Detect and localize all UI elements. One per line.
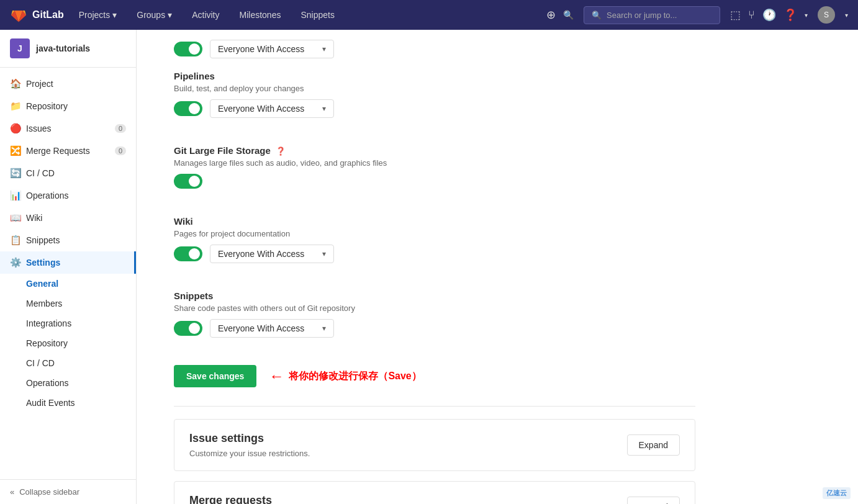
- plus-icon[interactable]: ⊕: [546, 8, 556, 22]
- sidebar-item-snippets-label: Snippets: [26, 235, 60, 245]
- cicd-icon: 🔄: [10, 168, 20, 179]
- feature-git-lfs: Git Large File Storage ❓ Manages large f…: [174, 145, 695, 201]
- git-lfs-help-icon[interactable]: ❓: [276, 146, 286, 156]
- pipelines-dropdown-arrow: ▾: [322, 104, 326, 113]
- nav-projects-label: Projects: [79, 10, 111, 20]
- wiki-dropdown[interactable]: Everyone With Access ▾: [210, 245, 334, 263]
- issue-settings-title: Issue settings: [189, 432, 615, 445]
- search-icon-nav: 🔍: [592, 11, 602, 20]
- nav-groups[interactable]: Groups ▾: [132, 7, 177, 22]
- snippets-dropdown-arrow: ▾: [322, 324, 326, 333]
- sidebar-item-snippets[interactable]: 📋 Snippets: [0, 229, 136, 251]
- issue-settings-left: Issue settings Customize your issue rest…: [189, 432, 615, 458]
- branding-footer: 亿速云: [823, 487, 851, 499]
- issue-settings-expand-button[interactable]: Expand: [627, 434, 680, 456]
- top-partial-dropdown[interactable]: Everyone With Access ▾: [210, 40, 334, 58]
- sidebar-item-issues-label: Issues: [26, 124, 51, 133]
- wiki-feature-name: Wiki: [174, 216, 695, 227]
- nav-projects-arrow: ▾: [112, 10, 117, 20]
- sidebar-item-settings-label: Settings: [26, 258, 60, 268]
- sidebar-sub-general[interactable]: General: [0, 274, 136, 294]
- sidebar-item-operations[interactable]: 📊 Operations: [0, 184, 136, 207]
- collapse-icon: «: [10, 487, 14, 497]
- sidebar-item-cicd[interactable]: 🔄 CI / CD: [0, 162, 136, 184]
- sidebar-sub-cicd[interactable]: CI / CD: [0, 353, 136, 373]
- wiki-desc: Pages for project documentation: [174, 229, 695, 238]
- annotation-container: ← 将你的修改进行保存（Save）: [269, 367, 421, 385]
- sidebar-sub-operations[interactable]: Operations: [0, 373, 136, 393]
- user-avatar-arrow: ▾: [845, 12, 848, 19]
- sidebar: J java-tutorials 🏠 Project 📁 Repository …: [0, 30, 137, 504]
- sidebar-navigation: 🏠 Project 📁 Repository 🔴 Issues 0 🔀 Merg…: [0, 68, 136, 479]
- top-partial-dropdown-value: Everyone With Access: [218, 44, 304, 54]
- git-lfs-name: Git Large File Storage ❓: [174, 145, 695, 156]
- nav-activity-label: Activity: [192, 10, 219, 20]
- sidebar-item-merge-requests[interactable]: 🔀 Merge Requests 0: [0, 140, 136, 162]
- main-content: Everyone With Access ▾ Pipelines Build, …: [137, 30, 858, 504]
- wiki-toggle-row: Everyone With Access ▾: [174, 245, 695, 263]
- top-navigation: GitLab Projects ▾ Groups ▾ Activity Mile…: [0, 0, 858, 30]
- git-lfs-toggle[interactable]: [174, 174, 202, 189]
- sidebar-item-issues[interactable]: 🔴 Issues 0: [0, 117, 136, 140]
- feature-pipelines: Pipelines Build, test, and deploy your c…: [174, 71, 695, 130]
- sidebar-item-wiki[interactable]: 📖 Wiki: [0, 207, 136, 229]
- snippets-desc: Share code pastes with others out of Git…: [174, 304, 695, 313]
- wiki-dropdown-value: Everyone With Access: [218, 249, 304, 259]
- snippets-toggle-row: Everyone With Access ▾: [174, 319, 695, 338]
- pipelines-dropdown[interactable]: Everyone With Access ▾: [210, 99, 334, 118]
- sidebar-item-project[interactable]: 🏠 Project: [0, 73, 136, 95]
- pipelines-toggle[interactable]: [174, 101, 202, 116]
- git-lfs-toggle-row: [174, 174, 695, 189]
- help-icon[interactable]: ❓: [783, 8, 797, 22]
- snippets-dropdown[interactable]: Everyone With Access ▾: [210, 319, 334, 338]
- top-partial-toggle[interactable]: [174, 42, 202, 56]
- fork-icon[interactable]: ⑂: [748, 9, 755, 22]
- feature-snippets: Snippets Share code pastes with others o…: [174, 290, 695, 350]
- merge-requests-section: Merge requests Choose your merge method,…: [174, 481, 695, 504]
- project-header[interactable]: J java-tutorials: [0, 30, 136, 68]
- operations-icon: 📊: [10, 190, 20, 201]
- user-avatar[interactable]: S: [818, 6, 835, 24]
- settings-sub-menu: General Members Integrations Repository …: [0, 274, 136, 413]
- issues-badge: 0: [115, 124, 126, 133]
- snippets-feature-name: Snippets: [174, 290, 695, 301]
- save-changes-button[interactable]: Save changes: [174, 365, 256, 387]
- pipelines-toggle-row: Everyone With Access ▾: [174, 99, 695, 118]
- dock-icon[interactable]: ⬚: [730, 8, 741, 22]
- sidebar-item-repository[interactable]: 📁 Repository: [0, 95, 136, 117]
- sidebar-item-cicd-label: CI / CD: [26, 168, 55, 178]
- nav-activity[interactable]: Activity: [187, 7, 224, 22]
- clock-icon[interactable]: 🕐: [762, 8, 776, 22]
- features-section: Pipelines Build, test, and deploy your c…: [155, 71, 714, 504]
- sidebar-sub-members[interactable]: Members: [0, 294, 136, 313]
- annotation-arrow-icon: ←: [269, 367, 284, 385]
- search-icon[interactable]: 🔍: [563, 10, 574, 20]
- sidebar-sub-audit-events[interactable]: Audit Events: [0, 393, 136, 413]
- merge-requests-badge: 0: [115, 146, 126, 155]
- collapse-sidebar-button[interactable]: « Collapse sidebar: [0, 479, 136, 504]
- nav-groups-arrow: ▾: [168, 10, 172, 20]
- sidebar-sub-integrations[interactable]: Integrations: [0, 313, 136, 333]
- merge-requests-expand-button[interactable]: Expand: [627, 497, 680, 504]
- snippets-dropdown-value: Everyone With Access: [218, 323, 304, 333]
- annotation-text: 将你的修改进行保存（Save）: [289, 370, 421, 383]
- save-section: Save changes ← 将你的修改进行保存（Save）: [174, 365, 695, 387]
- nav-projects[interactable]: Projects ▾: [74, 7, 122, 22]
- global-search[interactable]: 🔍 Search or jump to...: [584, 6, 720, 24]
- gitlab-logo[interactable]: GitLab: [10, 6, 64, 24]
- section-divider-1: [174, 406, 695, 407]
- snippets-icon: 📋: [10, 235, 20, 246]
- nav-snippets[interactable]: Snippets: [296, 7, 339, 22]
- chevron-down-icon: ▾: [805, 12, 808, 19]
- merge-requests-left: Merge requests Choose your merge method,…: [189, 494, 615, 504]
- project-name: java-tutorials: [36, 43, 90, 53]
- wiki-toggle[interactable]: [174, 246, 202, 261]
- nav-utility-icons: ⬚ ⑂ 🕐 ❓ ▾: [730, 8, 808, 22]
- sidebar-sub-repository[interactable]: Repository: [0, 333, 136, 353]
- snippets-toggle[interactable]: [174, 321, 202, 336]
- merge-requests-icon: 🔀: [10, 145, 20, 156]
- sidebar-item-project-label: Project: [26, 79, 53, 89]
- settings-icon: ⚙️: [10, 257, 20, 268]
- nav-milestones[interactable]: Milestones: [235, 7, 286, 22]
- sidebar-item-settings[interactable]: ⚙️ Settings: [0, 251, 136, 274]
